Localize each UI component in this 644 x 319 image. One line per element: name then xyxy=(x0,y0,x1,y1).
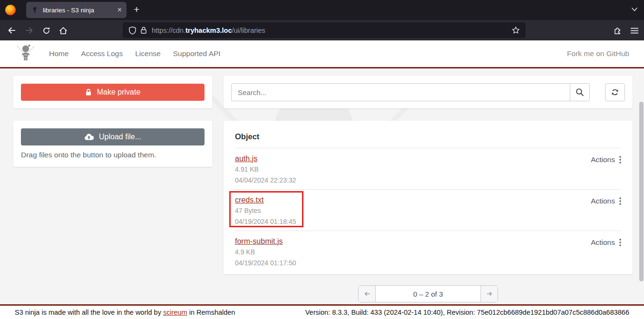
shield-icon[interactable] xyxy=(128,26,137,35)
drag-hint-text: Drag files onto the button to upload the… xyxy=(21,151,205,159)
search-input[interactable] xyxy=(231,83,570,101)
kebab-menu-icon xyxy=(619,239,621,246)
object-modified: 04/19/2024 01:17:50 xyxy=(235,258,296,268)
page-scrollbar-thumb[interactable] xyxy=(639,102,644,281)
url-prefix: https://cdn. xyxy=(152,27,185,34)
object-size: 4.9 KB xyxy=(235,247,296,257)
footer-credit-prefix: S3 ninja is made with all the love in th… xyxy=(15,309,163,316)
main-nav: Home Access Logs License Supported API xyxy=(49,49,221,58)
object-link[interactable]: form-submit.js xyxy=(235,237,283,245)
search-button[interactable] xyxy=(570,83,590,101)
upload-file-label: Upload file... xyxy=(99,133,141,141)
forward-icon[interactable] xyxy=(21,23,37,38)
extensions-icon[interactable] xyxy=(610,23,625,38)
browser-tab[interactable]: libraries - S3 ninja × xyxy=(26,2,127,18)
nav-item-license[interactable]: License xyxy=(135,49,160,58)
reload-icon[interactable] xyxy=(39,23,54,38)
lock-icon[interactable] xyxy=(140,26,147,34)
menu-hamburger-icon[interactable] xyxy=(627,23,642,38)
footer-credit: S3 ninja is made with all the love in th… xyxy=(15,309,235,316)
lock-button-icon xyxy=(85,88,92,96)
back-icon[interactable] xyxy=(4,23,20,38)
nav-item-supported-api[interactable]: Supported API xyxy=(173,49,221,58)
url-bar[interactable]: https://cdn.tryhackm3.loc/ui/libraries xyxy=(123,22,526,38)
pagination-range-label: 0 – 2 of 3 xyxy=(376,286,480,302)
next-arrow-icon xyxy=(486,291,493,296)
object-size: 4.91 KB xyxy=(235,164,296,174)
kebab-menu-icon xyxy=(619,156,621,164)
footer-version-info: Version: 8.3.3, Build: 433 (2024-02-14 1… xyxy=(305,309,629,316)
search-card xyxy=(224,76,633,108)
make-private-label: Make private xyxy=(97,88,141,97)
object-info: form-submit.js 4.9 KB 04/19/2024 01:17:5… xyxy=(235,237,296,268)
s3ninja-logo-icon[interactable] xyxy=(13,43,38,65)
pagination: 0 – 2 of 3 xyxy=(358,285,498,302)
upload-file-button[interactable]: Upload file... xyxy=(21,128,205,145)
actions-menu-button[interactable]: Actions xyxy=(591,197,621,205)
prev-arrow-icon xyxy=(364,291,371,296)
actions-menu-button[interactable]: Actions xyxy=(591,238,621,247)
footer-credit-suffix: in Remshalden xyxy=(187,309,235,316)
home-icon[interactable] xyxy=(56,23,71,38)
url-domain: tryhackm3.loc xyxy=(185,27,232,34)
tab-list-chevron-icon[interactable] xyxy=(631,7,638,12)
object-list-header: Object xyxy=(235,121,621,148)
firefox-icon[interactable] xyxy=(5,5,16,15)
nav-item-access-logs[interactable]: Access Logs xyxy=(81,49,123,58)
url-text[interactable]: https://cdn.tryhackm3.loc/ui/libraries xyxy=(152,27,508,34)
site-footer: S3 ninja is made with all the love in th… xyxy=(0,304,644,319)
actions-label: Actions xyxy=(591,238,615,247)
fork-me-link[interactable]: Fork me on GitHub xyxy=(567,49,629,58)
object-row-form-submit-js: form-submit.js 4.9 KB 04/19/2024 01:17:5… xyxy=(235,231,621,272)
kebab-menu-icon xyxy=(619,197,621,205)
tab-close-icon[interactable]: × xyxy=(115,6,122,14)
bookmark-star-icon[interactable] xyxy=(512,26,520,34)
browser-tab-strip: libraries - S3 ninja × + xyxy=(0,0,644,20)
object-row-auth-js: auth.js 4.91 KB 04/04/2024 22:23:32 Acti… xyxy=(235,148,621,190)
make-private-button[interactable]: Make private xyxy=(21,84,205,101)
highlight-annotation-box xyxy=(229,191,303,227)
tab-title: libraries - S3 ninja xyxy=(43,7,115,14)
browser-window: libraries - S3 ninja × + https://cdn.try… xyxy=(0,0,644,319)
cloud-upload-icon xyxy=(84,134,94,141)
search-icon xyxy=(576,88,584,97)
browser-toolbar: https://cdn.tryhackm3.loc/ui/libraries xyxy=(0,20,644,40)
site-header: Home Access Logs License Supported API F… xyxy=(0,40,644,68)
make-private-card: Make private xyxy=(13,76,212,108)
refresh-button[interactable] xyxy=(605,83,625,101)
nav-item-home[interactable]: Home xyxy=(49,49,68,58)
pagination-next-button[interactable] xyxy=(480,286,498,302)
object-link[interactable]: auth.js xyxy=(235,155,257,163)
actions-menu-button[interactable]: Actions xyxy=(591,155,621,164)
pagination-prev-button[interactable] xyxy=(359,286,376,302)
actions-label: Actions xyxy=(591,197,615,205)
upload-card: Upload file... Drag files onto the butto… xyxy=(13,121,212,167)
url-path: /ui/libraries xyxy=(232,27,265,34)
page-content: Home Access Logs License Supported API F… xyxy=(0,40,644,319)
refresh-icon xyxy=(611,88,619,97)
new-tab-button[interactable]: + xyxy=(134,4,139,15)
object-modified: 04/04/2024 22:23:32 xyxy=(235,175,296,185)
scireum-link[interactable]: scireum xyxy=(163,309,187,316)
actions-label: Actions xyxy=(591,155,615,164)
site-favicon-icon xyxy=(31,6,39,14)
object-info: auth.js 4.91 KB 04/04/2024 22:23:32 xyxy=(235,155,296,185)
